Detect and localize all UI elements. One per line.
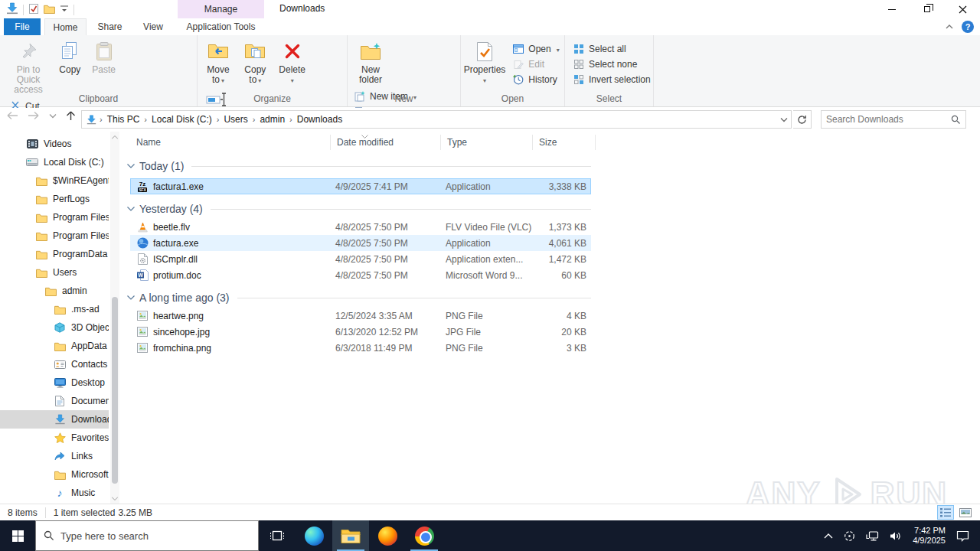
group-header-today[interactable]: Today (1) <box>127 156 591 176</box>
qat-customize-icon[interactable] <box>60 4 69 15</box>
sidebar-item-music[interactable]: ♪ Music <box>0 484 109 502</box>
group-header-yesterday[interactable]: Yesterday (4) <box>127 199 591 219</box>
new-folder-qat-icon[interactable] <box>44 4 55 16</box>
sidebar-item-program-files-x86[interactable]: Program Files (x86) <box>0 227 109 245</box>
properties-button[interactable]: Properties <box>464 37 505 86</box>
forward-button[interactable] <box>28 111 40 120</box>
new-folder-button[interactable]: New folder <box>352 37 389 85</box>
copy-to-button[interactable]: Copy to <box>238 37 272 86</box>
refresh-button[interactable] <box>793 110 812 129</box>
open-button[interactable]: Open <box>509 41 562 57</box>
delete-button[interactable]: Delete <box>275 37 310 86</box>
file-row-beetle-flv[interactable]: beetle.flv 4/8/2025 7:50 PM FLV Video Fi… <box>130 219 591 235</box>
paste-button[interactable]: Paste <box>88 37 120 75</box>
tab-home[interactable]: Home <box>44 18 87 35</box>
taskbar-clock[interactable]: 7:42 PM 4/9/2025 <box>913 526 946 546</box>
file-row-protium-doc[interactable]: W protium.doc 4/8/2025 7:50 PM Microsoft… <box>130 267 591 283</box>
sidebar-item-contacts[interactable]: Contacts <box>0 355 109 373</box>
scrollbar-thumb[interactable] <box>112 297 118 484</box>
tab-view[interactable]: View <box>133 18 173 35</box>
help-icon[interactable] <box>962 21 974 33</box>
address-dropdown-icon[interactable] <box>780 114 788 125</box>
copy-button[interactable]: Copy <box>54 37 85 75</box>
file-row-fromchina-png[interactable]: fromchina.png 6/3/2018 11:49 PM PNG File… <box>130 340 591 356</box>
move-to-button[interactable]: Move to <box>201 37 236 86</box>
tab-share[interactable]: Share <box>89 18 131 35</box>
file-row-heartwe-png[interactable]: heartwe.png 12/5/2024 3:35 AM PNG File 4… <box>130 308 591 324</box>
select-all-button[interactable]: Select all <box>570 41 654 57</box>
column-header-size[interactable]: Size <box>533 135 596 150</box>
start-button[interactable] <box>0 520 35 551</box>
scroll-up-icon[interactable] <box>110 132 119 142</box>
up-button[interactable] <box>66 110 76 121</box>
task-view-button[interactable] <box>259 520 296 551</box>
select-none-button[interactable]: Select none <box>570 57 654 72</box>
column-header-date-modified[interactable]: Date modified <box>331 135 441 150</box>
network-icon[interactable] <box>866 531 879 541</box>
breadcrumb-this-pc[interactable]: This PC <box>104 114 143 125</box>
action-center-icon[interactable] <box>956 530 969 542</box>
close-button[interactable] <box>945 0 980 18</box>
sidebar-item-admin[interactable]: admin <box>0 282 109 300</box>
sidebar-item-favorites[interactable]: Favorites <box>0 429 109 447</box>
tab-application-tools[interactable]: Application Tools <box>178 18 264 35</box>
file-row-factura1-exe[interactable]: 7zSFX factura1.exe 4/9/2025 7:41 PM Appl… <box>130 178 591 194</box>
column-header-type[interactable]: Type <box>441 135 533 150</box>
collapse-ribbon-icon[interactable] <box>945 24 954 30</box>
sidebar-item-program-files[interactable]: Program Files <box>0 208 109 227</box>
back-button[interactable] <box>6 111 18 120</box>
history-button[interactable]: History <box>509 72 562 87</box>
chrome-taskbar-icon[interactable] <box>406 520 443 551</box>
sidebar-item-programdata[interactable]: ProgramData <box>0 245 109 263</box>
sidebar-item-links[interactable]: Links <box>0 447 109 465</box>
invert-selection-button[interactable]: Invert selection <box>570 72 654 87</box>
firefox-taskbar-icon[interactable] <box>369 520 406 551</box>
sidebar-item-appdata[interactable]: AppData <box>0 337 109 355</box>
pin-to-quick-access-button[interactable]: Pin to Quick access <box>5 37 52 95</box>
tab-file[interactable]: File <box>4 18 41 35</box>
file-row-sincehope-jpg[interactable]: sincehope.jpg 6/13/2020 12:52 PM JPG Fil… <box>130 324 591 340</box>
breadcrumb-downloads[interactable]: Downloads <box>294 114 345 125</box>
sidebar-scrollbar[interactable] <box>110 132 119 504</box>
breadcrumb-local-disk[interactable]: Local Disk (C:) <box>149 114 215 125</box>
collapse-group-icon[interactable] <box>127 164 135 168</box>
column-header-name[interactable]: Name <box>130 135 331 150</box>
collapse-group-icon[interactable] <box>127 207 135 211</box>
properties-qat-icon[interactable] <box>28 3 39 17</box>
sidebar-item-local-disk[interactable]: Local Disk (C:) <box>0 153 109 171</box>
manage-contextual-tab[interactable]: Manage <box>178 0 264 18</box>
sidebar-item-winreagent[interactable]: $WinREAgent <box>0 171 109 190</box>
restore-button[interactable] <box>910 0 945 18</box>
group-header-a-long-time-ago[interactable]: A long time ago (3) <box>127 288 591 308</box>
collapse-group-icon[interactable] <box>127 295 135 300</box>
minimize-button[interactable] <box>874 0 910 18</box>
sidebar-item-users[interactable]: Users <box>0 263 109 282</box>
file-row-iscmplr-dll[interactable]: ISCmplr.dll 4/8/2025 7:50 PM Application… <box>130 251 591 267</box>
sidebar-item-downloads[interactable]: Downloads <box>0 410 109 429</box>
file-explorer-taskbar-icon[interactable] <box>332 520 369 551</box>
file-row-factura-exe[interactable]: factura.exe 4/8/2025 7:50 PM Application… <box>130 235 591 251</box>
taskbar-search-box[interactable] <box>35 520 259 551</box>
sidebar-item-documents[interactable]: Documents <box>0 392 109 410</box>
edge-taskbar-icon[interactable] <box>296 520 332 551</box>
large-icons-view-button[interactable] <box>957 505 974 520</box>
breadcrumb-users[interactable]: Users <box>220 114 250 125</box>
sidebar-item-ms-ad[interactable]: .ms-ad <box>0 300 109 318</box>
sidebar-item-3d-objects[interactable]: 3D Objects <box>0 318 109 337</box>
search-box[interactable] <box>821 110 966 129</box>
recent-locations-dropdown-icon[interactable] <box>49 113 57 119</box>
details-view-button[interactable] <box>937 505 954 520</box>
scroll-down-icon[interactable] <box>110 493 119 504</box>
search-input[interactable] <box>826 114 951 125</box>
address-bar[interactable]: › This PC › Local Disk (C:) › Users › ad… <box>81 110 792 129</box>
breadcrumb-admin[interactable]: admin <box>256 114 288 125</box>
sidebar-item-desktop[interactable]: Desktop <box>0 373 109 392</box>
volume-icon[interactable] <box>890 531 902 541</box>
show-hidden-icons-chevron[interactable] <box>824 533 833 539</box>
tray-app-icon[interactable] <box>844 530 855 542</box>
edit-button[interactable]: Edit <box>509 57 562 72</box>
sidebar-item-perflogs[interactable]: PerfLogs <box>0 190 109 208</box>
sidebar-item-microsoftedgebackups[interactable]: MicrosoftEdgeBackups <box>0 465 109 484</box>
sidebar-item-videos[interactable]: Videos <box>0 135 109 153</box>
taskbar-search-input[interactable] <box>60 530 250 542</box>
